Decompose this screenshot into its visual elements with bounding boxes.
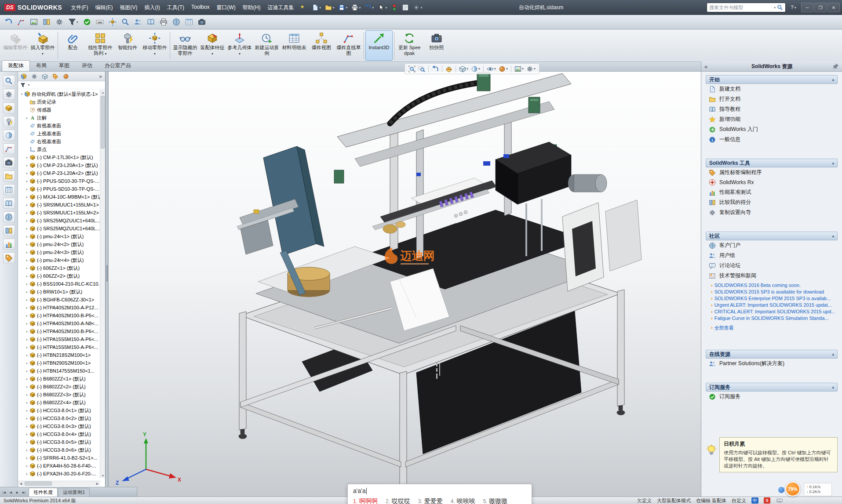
- tree-item[interactable]: ▸(-) EPXA2H-30-20-6-F20-...: [18, 470, 105, 478]
- tree-item[interactable]: 原点: [18, 145, 105, 153]
- tree-vertical-scrollbar[interactable]: ▲ ▼: [100, 90, 105, 478]
- model-tab-nav-button[interactable]: ▶: [14, 489, 21, 497]
- maidi-calc-button[interactable]: [3, 184, 15, 195]
- model-tab-nav-button[interactable]: |◀: [1, 489, 7, 497]
- expander-icon[interactable]: ▸: [25, 306, 29, 310]
- tree-item[interactable]: ▸(-) SFRR6-41.0-B2-S2<1>...: [18, 454, 105, 462]
- ime-candidate[interactable]: 1. 啊啊啊: [353, 497, 378, 504]
- ime-candidate[interactable]: 5. 嗷嗷嗷: [483, 497, 508, 504]
- news-link[interactable]: ›SOLIDWORKS 2015 SP3 is available for do…: [711, 289, 838, 295]
- maidi-gear-button[interactable]: [3, 89, 15, 100]
- expander-icon[interactable]: ▾: [19, 92, 24, 96]
- design-library-button[interactable]: [146, 17, 156, 27]
- expander-icon[interactable]: ▸: [25, 456, 29, 460]
- graphics-area[interactable]: 迈迪网 Y X Z: [109, 72, 701, 497]
- rebuild-button[interactable]: [390, 3, 399, 12]
- sketch-button[interactable]: [16, 17, 26, 27]
- taskpane-item[interactable]: 打开文档: [706, 94, 838, 104]
- taskpane-item[interactable]: 性能基准测试: [706, 187, 838, 197]
- web-button[interactable]: [171, 17, 181, 27]
- tree-filter[interactable]: ▼: [18, 81, 105, 89]
- expander-icon[interactable]: ▸: [25, 116, 29, 120]
- expander-icon[interactable]: ▸: [25, 243, 29, 247]
- section-header-tools[interactable]: SolidWorks 工具▴: [706, 159, 838, 167]
- tree-item[interactable]: 右视基准面: [18, 138, 105, 145]
- insert-component-button[interactable]: 插入零部件 ▾: [29, 30, 56, 61]
- maidi-tag-button[interactable]: [3, 252, 15, 263]
- help-button[interactable]: ? ▾: [789, 4, 798, 11]
- news-link[interactable]: ›SOLIDWORKS 2016 Beta coming soon.: [711, 282, 838, 289]
- take-snapshot-button[interactable]: 拍快照: [423, 30, 450, 61]
- menu-item-8[interactable]: 迈迪工具集: [264, 2, 297, 13]
- expander-icon[interactable]: ▸: [25, 337, 29, 341]
- tree-item[interactable]: 上视基准面: [18, 130, 105, 138]
- maidi-fastener-button[interactable]: [3, 116, 15, 127]
- tree-item[interactable]: ▸(-) HCCG3-8.0<1> (默认): [18, 406, 105, 414]
- taskpane-item[interactable]: 复制设置向导: [706, 207, 838, 218]
- menu-pin-icon[interactable]: ★: [297, 2, 307, 13]
- tree-item[interactable]: ▸(-) BRW10<1> (默认): [18, 288, 105, 296]
- edit-component-button[interactable]: 编辑零部件: [2, 30, 29, 61]
- keyboard-icon[interactable]: [776, 497, 784, 504]
- expander-icon[interactable]: ▸: [25, 163, 29, 167]
- tree-item[interactable]: ▸(-) SRS9MUUC1+155LM<2>: [18, 209, 105, 217]
- screen-capture-button[interactable]: [29, 17, 39, 27]
- expander-icon[interactable]: ▸: [25, 417, 29, 421]
- new-motion-study-button[interactable]: 新建运动算例: [253, 30, 281, 61]
- featuremanager-tab-icon[interactable]: [19, 73, 28, 80]
- propertymanager-tab-icon[interactable]: [30, 73, 39, 80]
- maximize-button[interactable]: ❐: [814, 3, 827, 12]
- print-button[interactable]: ▾: [350, 3, 362, 12]
- machine-3d-model[interactable]: 迈迪网 Y X Z: [109, 72, 701, 497]
- tree-item[interactable]: ▸(-) EPXA4H-50-28-6-F40-...: [18, 462, 105, 470]
- table-button[interactable]: [184, 17, 194, 27]
- undo-button[interactable]: ▾: [363, 3, 375, 12]
- maidi-chart-button[interactable]: [3, 239, 15, 250]
- maidi-book-button[interactable]: [3, 198, 15, 209]
- tab-1[interactable]: 布局: [30, 60, 53, 71]
- expander-icon[interactable]: ▸: [25, 211, 29, 215]
- news-link[interactable]: ›SOLIDWORKS Enterprise PDM 2015 SP3 is a…: [711, 295, 838, 302]
- taskpane-item[interactable]: SolidWorks 入门: [706, 124, 838, 134]
- expander-icon[interactable]: ▸: [25, 409, 29, 413]
- search-caret-icon[interactable]: ▾: [774, 6, 776, 10]
- tab-4[interactable]: 办公室产品: [98, 60, 137, 71]
- tree-item[interactable]: ▸(-) HTPA15S5M150-A-P6<...: [18, 343, 105, 351]
- tree-item[interactable]: ▸(-) B6802ZZ<1> (默认): [18, 375, 105, 383]
- tab-2[interactable]: 草图: [53, 60, 76, 71]
- tree-item[interactable]: ▸(-) HTPA15S5M150-A-P6<...: [18, 335, 105, 343]
- tree-item[interactable]: 传感器: [18, 106, 105, 114]
- move-button[interactable]: [108, 17, 117, 27]
- dimxpertmanager-tab-icon[interactable]: [51, 73, 60, 80]
- ime-icon[interactable]: S: [764, 497, 770, 504]
- view-all-link[interactable]: ›全部查看: [706, 322, 838, 331]
- save-button[interactable]: ▾: [337, 3, 349, 12]
- tree-item[interactable]: ▸(-) HTPA40S2M100-A-N8<...: [18, 319, 105, 327]
- zoom-area-button[interactable]: [417, 65, 426, 73]
- select-button[interactable]: ▾: [376, 3, 388, 12]
- expander-icon[interactable]: ▸: [25, 448, 29, 452]
- view-settings-button[interactable]: ▾: [525, 65, 536, 73]
- expander-icon[interactable]: ▸: [25, 345, 29, 349]
- section-header-online[interactable]: 在线资源▴: [706, 350, 838, 359]
- scrollbar-thumb[interactable]: [25, 482, 52, 486]
- configurationmanager-tab-icon[interactable]: [40, 73, 49, 80]
- panel-splitter[interactable]: [106, 72, 109, 497]
- news-link[interactable]: ›CRITICAL ALERT: Important SOLIDWORKS 20…: [711, 308, 838, 315]
- news-link[interactable]: ›Urgent ALERT: Important SOLIDWORKS 2015…: [711, 302, 838, 308]
- ime-candidate[interactable]: 3. 爱爱爱: [418, 497, 443, 504]
- view-orientation-button[interactable]: ▾: [458, 65, 469, 73]
- expander-icon[interactable]: ▸: [25, 219, 29, 223]
- taskpane-item[interactable]: 技术警报和新闻: [706, 271, 838, 281]
- expander-icon[interactable]: ▸: [25, 385, 29, 389]
- units-button[interactable]: MM: [95, 17, 105, 27]
- expander-icon[interactable]: ▸: [25, 353, 29, 357]
- displaymanager-tab-icon[interactable]: [62, 73, 70, 80]
- tree-item[interactable]: ▸(-) BSS1004-210-RLC-KC10...: [18, 280, 105, 288]
- tree-item[interactable]: ▸(-) HCCG3-8.0<5> (默认): [18, 438, 105, 446]
- tree-item[interactable]: ▸(-) pmu-24r<2> (默认): [18, 240, 105, 248]
- selection-filter-button[interactable]: ▾: [67, 17, 79, 27]
- tree-item[interactable]: ▸(-) CM-P-23-L20A<2> (默认): [18, 169, 105, 177]
- tree-item[interactable]: ▸(-) SRS25MQZUUC1+640L...: [18, 225, 105, 232]
- expander-icon[interactable]: ▸: [25, 472, 29, 476]
